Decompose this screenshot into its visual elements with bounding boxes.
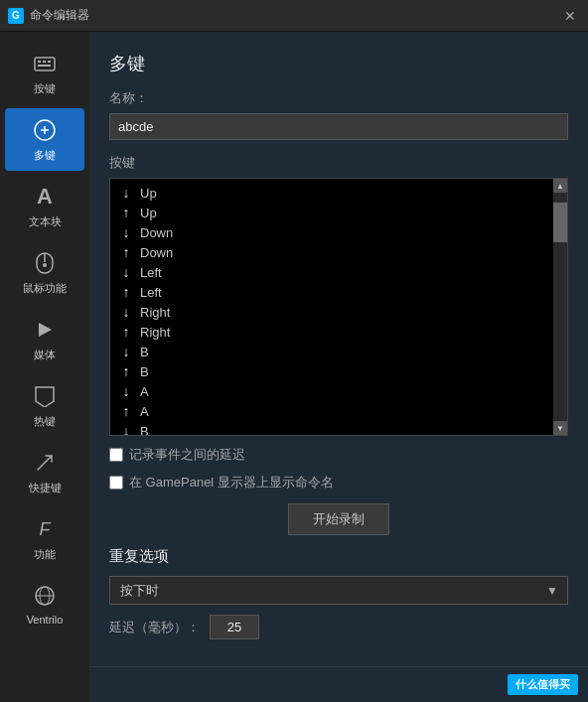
text-block-icon: A	[31, 183, 59, 211]
sidebar-label-hotkey: 热键	[34, 414, 56, 429]
sidebar-item-mouse[interactable]: 鼠标功能	[5, 241, 84, 304]
svg-marker-9	[39, 323, 52, 337]
svg-rect-3	[48, 61, 51, 63]
section-title: 多键	[109, 52, 568, 75]
name-field-label: 名称：	[109, 89, 568, 107]
sidebar-label-text-block: 文本块	[29, 214, 62, 229]
sidebar-label-ventrilo: Ventrilo	[27, 614, 64, 626]
sidebar-item-keys[interactable]: 按键	[5, 42, 84, 104]
key-text: Right	[140, 305, 170, 320]
key-item[interactable]: ↑A	[110, 401, 567, 421]
key-text: Right	[140, 325, 170, 340]
key-text: Up	[140, 186, 157, 201]
sidebar-item-text-block[interactable]: A 文本块	[5, 175, 84, 237]
keys-list-container: ↓Up↑Up↓Down↑Down↓Left↑Left↓Right↑Right↓B…	[109, 178, 568, 436]
ventrilo-icon	[31, 582, 59, 610]
scroll-down-arrow[interactable]: ▼	[553, 421, 567, 435]
down-arrow-icon: ↓	[118, 224, 134, 240]
main-layout: 按键 多键 A 文本块 鼠标功能	[0, 32, 588, 702]
hotkey-icon	[31, 382, 59, 410]
sidebar-item-hotkey[interactable]: 热键	[5, 374, 84, 437]
gamepanel-display-checkbox[interactable]	[109, 476, 123, 490]
name-input[interactable]	[109, 113, 568, 140]
scrollbar[interactable]: ▲ ▼	[553, 179, 567, 435]
record-delay-checkbox[interactable]	[109, 448, 123, 462]
svg-point-8	[43, 263, 47, 267]
sidebar-item-shortcut[interactable]: 快捷键	[5, 441, 84, 503]
content-area: 多键 名称： 按键 ↓Up↑Up↓Down↑Down↓Left↑Left↓Rig…	[89, 32, 588, 702]
title-bar-left: G 命令编辑器	[8, 7, 89, 24]
repeat-select[interactable]: 按下时 重复 切换	[109, 576, 568, 605]
down-arrow-icon: ↓	[118, 383, 134, 399]
delay-input[interactable]	[210, 615, 259, 639]
watermark-label: 什么值得买	[508, 674, 578, 695]
key-text: A	[140, 404, 149, 419]
window-title: 命令编辑器	[30, 7, 89, 24]
app-logo-icon: G	[8, 8, 24, 24]
key-item[interactable]: ↓B	[110, 421, 567, 435]
function-icon: F	[31, 515, 59, 543]
key-item[interactable]: ↑Left	[110, 282, 567, 302]
svg-rect-1	[38, 61, 41, 63]
down-arrow-icon: ↓	[118, 185, 134, 201]
svg-rect-2	[43, 61, 46, 63]
key-item[interactable]: ↑B	[110, 361, 567, 381]
scroll-thumb[interactable]	[553, 203, 567, 242]
keyboard-icon	[31, 50, 59, 77]
down-arrow-icon: ↓	[118, 344, 134, 359]
key-text: A	[140, 384, 149, 399]
keys-list[interactable]: ↓Up↑Up↓Down↑Down↓Left↑Left↓Right↑Right↓B…	[110, 179, 567, 435]
sidebar-label-shortcut: 快捷键	[29, 481, 62, 495]
scroll-up-arrow[interactable]: ▲	[553, 179, 567, 193]
key-text: B	[140, 424, 149, 436]
key-text: Left	[140, 265, 162, 280]
sidebar-item-ventrilo[interactable]: Ventrilo	[5, 574, 84, 633]
delay-row: 延迟（毫秒）：	[109, 615, 568, 639]
sidebar-label-media: 媒体	[34, 348, 56, 362]
repeat-select-row: 按下时 重复 切换 ▼	[109, 576, 568, 605]
scroll-track	[553, 193, 567, 421]
key-text: B	[140, 345, 149, 359]
shortcut-icon	[31, 449, 59, 477]
sidebar-item-media[interactable]: 媒体	[5, 308, 84, 370]
sidebar-label-function: 功能	[34, 547, 56, 562]
record-button[interactable]: 开始录制	[288, 503, 389, 535]
key-text: Left	[140, 285, 162, 300]
mouse-icon	[31, 249, 59, 277]
key-text: Up	[140, 206, 157, 220]
bottom-bar: 什么值得买	[89, 666, 588, 702]
key-text: Down	[140, 245, 173, 260]
close-button[interactable]: ✕	[560, 6, 580, 26]
key-item[interactable]: ↑Up	[110, 203, 567, 222]
up-arrow-icon: ↑	[118, 363, 134, 379]
key-item[interactable]: ↓Right	[110, 302, 567, 322]
up-arrow-icon: ↑	[118, 205, 134, 220]
sidebar-label-mouse: 鼠标功能	[23, 281, 67, 296]
multi-keys-icon	[31, 116, 59, 144]
checkbox-row-1: 记录事件之间的延迟	[109, 446, 568, 464]
key-item[interactable]: ↓A	[110, 381, 567, 401]
key-item[interactable]: ↓Up	[110, 183, 567, 203]
svg-rect-0	[35, 58, 55, 70]
key-text: B	[140, 364, 149, 379]
repeat-section-title: 重复选项	[109, 547, 568, 566]
down-arrow-icon: ↓	[118, 264, 134, 280]
gamepanel-display-label: 在 GamePanel 显示器上显示命令名	[129, 474, 334, 491]
sidebar-label-multi-keys: 多键	[34, 148, 56, 163]
sidebar-label-keys: 按键	[34, 81, 56, 96]
delay-label: 延迟（毫秒）：	[109, 619, 200, 636]
sidebar: 按键 多键 A 文本块 鼠标功能	[0, 32, 89, 702]
keys-label: 按键	[109, 154, 568, 172]
key-text: Down	[140, 225, 173, 240]
key-item[interactable]: ↑Down	[110, 242, 567, 262]
sidebar-item-function[interactable]: F 功能	[5, 507, 84, 570]
up-arrow-icon: ↑	[118, 284, 134, 300]
down-arrow-icon: ↓	[118, 423, 134, 435]
key-item[interactable]: ↓Left	[110, 262, 567, 282]
down-arrow-icon: ↓	[118, 304, 134, 320]
key-item[interactable]: ↓B	[110, 342, 567, 361]
sidebar-item-multi-keys[interactable]: 多键	[5, 108, 84, 171]
up-arrow-icon: ↑	[118, 324, 134, 340]
key-item[interactable]: ↓Down	[110, 222, 567, 242]
key-item[interactable]: ↑Right	[110, 322, 567, 342]
